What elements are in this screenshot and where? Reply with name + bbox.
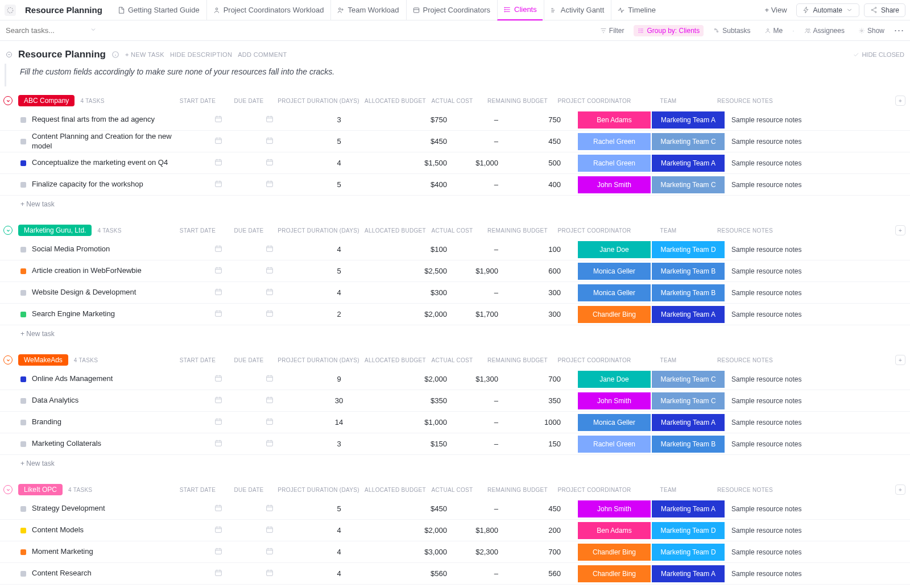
- coordinator-badge[interactable]: Chandler Bing: [578, 544, 651, 561]
- team-badge[interactable]: Marketing Team A: [652, 414, 725, 431]
- status-icon[interactable]: [20, 182, 26, 188]
- remaining-cell[interactable]: 350: [498, 396, 578, 405]
- due-date-cell[interactable]: [245, 438, 293, 449]
- coordinator-badge[interactable]: Monica Geller: [578, 284, 651, 301]
- team-badge[interactable]: Marketing Team B: [652, 263, 725, 280]
- hide-closed-button[interactable]: HIDE CLOSED: [853, 51, 904, 58]
- task-name[interactable]: Request final arts from the ad agency: [32, 115, 191, 125]
- start-date-cell[interactable]: [191, 546, 245, 557]
- duration-cell[interactable]: 3: [293, 115, 384, 124]
- me-button[interactable]: Me: [760, 25, 787, 36]
- coordinator-badge[interactable]: Ben Adams: [578, 522, 651, 539]
- task-name[interactable]: Conceptualize the marketing event on Q4: [32, 158, 191, 168]
- coordinator-badge[interactable]: John Smith: [578, 392, 651, 409]
- coordinator-badge[interactable]: John Smith: [578, 500, 651, 517]
- coordinator-badge[interactable]: Rachel Green: [578, 155, 651, 172]
- new-task-button[interactable]: + New task: [0, 196, 910, 213]
- cost-cell[interactable]: $1,000: [447, 159, 498, 167]
- remaining-cell[interactable]: 560: [498, 569, 578, 578]
- add-column-button[interactable]: +: [895, 96, 905, 106]
- notes-cell[interactable]: Sample resource notes: [726, 289, 822, 297]
- notes-cell[interactable]: Sample resource notes: [726, 267, 822, 275]
- hide-description-link[interactable]: HIDE DESCRIPTION: [170, 51, 232, 58]
- group-name[interactable]: Marketing Guru, Ltd.: [18, 225, 92, 236]
- group-by-button[interactable]: Group by: Clients: [634, 25, 704, 36]
- remaining-cell[interactable]: 1000: [498, 418, 578, 426]
- remaining-cell[interactable]: 200: [498, 526, 578, 535]
- cost-cell[interactable]: –: [447, 396, 498, 405]
- team-badge[interactable]: Marketing Team C: [652, 371, 725, 388]
- notes-cell[interactable]: Sample resource notes: [726, 159, 822, 167]
- cost-cell[interactable]: –: [447, 569, 498, 578]
- assignees-button[interactable]: Assignees: [800, 25, 849, 36]
- status-icon[interactable]: [20, 376, 26, 382]
- task-name[interactable]: Data Analytics: [32, 396, 191, 405]
- tab-team-workload[interactable]: Team Workload: [330, 0, 404, 20]
- notes-cell[interactable]: Sample resource notes: [726, 181, 822, 189]
- remaining-cell[interactable]: 450: [498, 504, 578, 513]
- start-date-cell[interactable]: [191, 568, 245, 579]
- due-date-cell[interactable]: [245, 287, 293, 298]
- start-date-cell[interactable]: [191, 266, 245, 276]
- duration-cell[interactable]: 4: [293, 526, 384, 535]
- team-badge[interactable]: Marketing Team D: [652, 241, 725, 258]
- task-row[interactable]: Website Design & Development4$300–300Mon…: [0, 282, 910, 304]
- start-date-cell[interactable]: [191, 179, 245, 190]
- team-badge[interactable]: Marketing Team D: [652, 544, 725, 561]
- coordinator-badge[interactable]: Rachel Green: [578, 133, 651, 150]
- budget-cell[interactable]: $2,000: [384, 375, 447, 383]
- notes-cell[interactable]: Sample resource notes: [726, 440, 822, 448]
- cost-cell[interactable]: $1,700: [447, 310, 498, 318]
- cost-cell[interactable]: $1,300: [447, 375, 498, 383]
- status-icon[interactable]: [20, 549, 26, 555]
- search-input[interactable]: [6, 26, 85, 35]
- budget-cell[interactable]: $2,000: [384, 526, 447, 535]
- new-task-button[interactable]: + New task: [0, 585, 910, 588]
- group-toggle[interactable]: [3, 96, 13, 105]
- tab-activity-gantt[interactable]: Activity Gantt: [544, 0, 610, 20]
- duration-cell[interactable]: 3: [293, 440, 384, 448]
- task-name[interactable]: Online Ads Management: [32, 374, 191, 384]
- start-date-cell[interactable]: [191, 374, 245, 384]
- coordinator-badge[interactable]: Monica Geller: [578, 414, 651, 431]
- coordinator-badge[interactable]: Jane Doe: [578, 241, 651, 258]
- new-task-button[interactable]: + New task: [0, 455, 910, 472]
- budget-cell[interactable]: $450: [384, 137, 447, 146]
- duration-cell[interactable]: 5: [293, 267, 384, 275]
- remaining-cell[interactable]: 300: [498, 288, 578, 297]
- task-name[interactable]: Content Planning and Creation for the ne…: [32, 132, 191, 151]
- team-badge[interactable]: Marketing Team B: [652, 284, 725, 301]
- task-name[interactable]: Branding: [32, 417, 191, 427]
- duration-cell[interactable]: 5: [293, 504, 384, 513]
- status-icon[interactable]: [20, 312, 26, 317]
- start-date-cell[interactable]: [191, 136, 245, 147]
- add-view-button[interactable]: + View: [759, 0, 792, 20]
- duration-cell[interactable]: 4: [293, 245, 384, 254]
- remaining-cell[interactable]: 750: [498, 115, 578, 124]
- new-task-link[interactable]: + NEW TASK: [125, 51, 164, 58]
- start-date-cell[interactable]: [191, 395, 245, 406]
- status-icon[interactable]: [20, 571, 26, 577]
- status-icon[interactable]: [20, 528, 26, 533]
- coordinator-badge[interactable]: Rachel Green: [578, 436, 651, 453]
- start-date-cell[interactable]: [191, 417, 245, 428]
- due-date-cell[interactable]: [245, 546, 293, 557]
- status-icon[interactable]: [20, 420, 26, 425]
- team-badge[interactable]: Marketing Team B: [652, 436, 725, 453]
- duration-cell[interactable]: 4: [293, 569, 384, 578]
- status-icon[interactable]: [20, 441, 26, 447]
- cost-cell[interactable]: –: [447, 504, 498, 513]
- share-button[interactable]: Share: [864, 3, 905, 17]
- status-icon[interactable]: [20, 506, 26, 512]
- add-column-button[interactable]: +: [895, 225, 905, 235]
- team-badge[interactable]: Marketing Team C: [652, 176, 725, 193]
- budget-cell[interactable]: $150: [384, 440, 447, 448]
- notes-cell[interactable]: Sample resource notes: [726, 527, 822, 535]
- task-row[interactable]: Strategy Development5$450–450John SmithM…: [0, 498, 910, 520]
- due-date-cell[interactable]: [245, 136, 293, 147]
- task-row[interactable]: Request final arts from the ad agency3$7…: [0, 109, 910, 131]
- tab-clients[interactable]: Clients: [497, 0, 543, 20]
- coordinator-badge[interactable]: Jane Doe: [578, 371, 651, 388]
- team-badge[interactable]: Marketing Team A: [652, 111, 725, 129]
- tab-project-coordinators[interactable]: Project Coordinators: [406, 0, 497, 20]
